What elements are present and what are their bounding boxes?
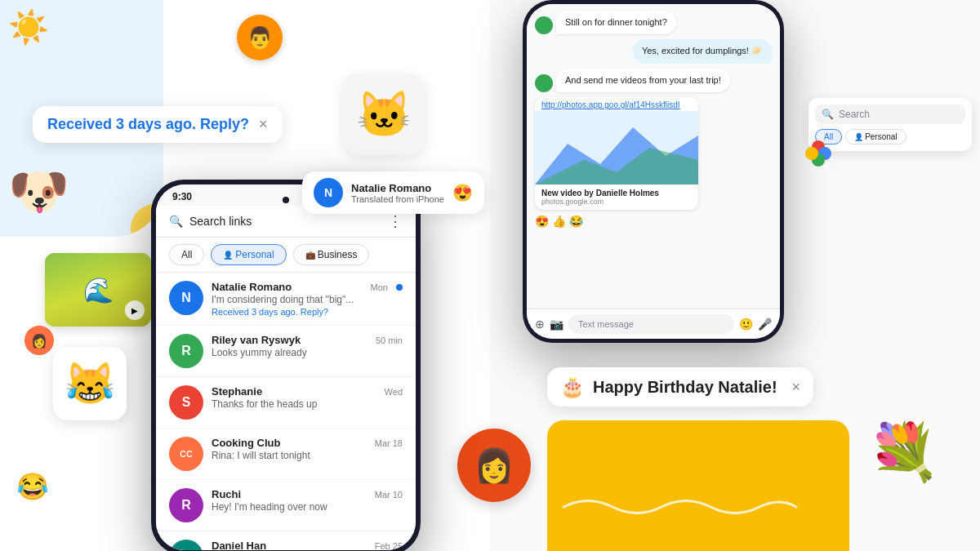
add-icon[interactable]: ⊕ [535,318,545,331]
link-card-info: New video by Danielle Holmes photos.goog… [535,184,698,210]
msg-row-1: Still on for dinner tonight? [535,11,772,34]
natalie-reply-prompt: Received 3 days ago. Reply? [212,307,388,317]
msg-row-2: And send me videos from your last trip! [535,69,772,92]
bubble-sent-1: Yes, excited for dumplings! 🥟 [633,39,772,63]
stephanie-msg-time: Wed [385,387,403,397]
cooking-club-msg-name: Cooking Club [212,437,281,449]
riley-msg-time: 50 min [376,335,403,345]
emoji-icon[interactable]: 🙂 [739,318,753,331]
cat-hat-sticker: 🐱 [343,73,425,155]
link-preview-image [535,111,698,184]
ruchi-msg-time: Mar 10 [375,490,403,500]
bubble-received-2: And send me videos from your last trip! [556,69,730,92]
phone-right: Still on for dinner tonight? Yes, excite… [523,0,784,343]
business-icon: 💼 [305,251,315,260]
received-close-button[interactable]: × [259,116,268,133]
received-text: Received 3 days ago. Reply? [47,116,249,133]
birthday-card: 🎂 Happy Birthday Natalie! × [547,367,813,407]
link-url-text: http://photos.app.goo.gl/af14HsskflisdI [535,97,698,111]
cooking-club-msg-header: Cooking Club Mar 18 [212,437,403,449]
link-card-title: New video by Danielle Holmes [541,189,692,198]
link-preview-card[interactable]: http://photos.app.goo.gl/af14HsskflisdI … [535,97,698,210]
birthday-text: Happy Birthday Natalie! [593,378,777,397]
sw-tab-personal[interactable]: 👤Personal [845,129,906,144]
message-item-ruchi[interactable]: R Ruchi Mar 10 Hey! I'm heading over now [156,480,416,531]
stephanie-avatar: S [169,385,203,420]
ruchi-msg-name: Ruchi [212,488,241,500]
reaction-3[interactable]: 😂 [569,215,583,228]
stephanie-msg-header: Stephanie Wed [212,385,403,398]
ruchi-avatar: R [169,488,203,522]
stephanie-msg-preview: Thanks for the heads up [212,398,403,410]
link-card-domain: photos.google.com [541,198,692,206]
cooking-club-avatar: CC [169,437,203,471]
message-item-natalie[interactable]: N Natalie Romano Mon I'm considering doi… [156,273,416,326]
filter-tabs: All 👤Personal 💼Business [156,238,416,273]
natalie-msg-content: Natalie Romano Mon I'm considering doing… [212,281,388,317]
birthday-icon: 🎂 [560,375,585,398]
riley-msg-name: Riley van Ryswyk [212,334,301,346]
daniel-msg-content: Daniel Han Feb 25 [212,540,403,550]
more-options-icon[interactable]: ⋮ [388,212,403,230]
message-item-daniel[interactable]: D Daniel Han Feb 25 [156,531,416,550]
search-icon: 🔍 [169,215,183,228]
chat-input-bar: ⊕ 📷 Text message 🙂 🎤 [527,309,780,339]
natalie-msg-header: Natalie Romano Mon [212,281,388,293]
search-widget-bar[interactable]: 🔍 Search [815,104,965,124]
stephanie-msg-name: Stephanie [212,385,262,398]
chat-messages: Still on for dinner tonight? Yes, excite… [527,4,780,309]
search-widget-tabs: All 👤Personal [815,129,965,144]
daniel-msg-header: Daniel Han Feb 25 [212,540,403,550]
riley-avatar: R [169,334,203,368]
ruchi-msg-preview: Hey! I'm heading over now [212,501,403,513]
mic-icon[interactable]: 🎤 [758,318,772,331]
natalie-name: Natalie Romano [351,182,444,194]
phone-right-screen: Still on for dinner tonight? Yes, excite… [527,4,780,339]
natalie-msg-preview: I'm considering doing that "big"... [212,294,388,305]
cat-laugh-sticker: 😹 [53,347,127,420]
chat-avatar-1 [535,16,553,34]
tab-business[interactable]: 💼Business [293,244,370,265]
daniel-msg-time: Feb 25 [375,541,403,550]
yellow-bg-rect [547,420,849,551]
phone-time: 9:30 [172,191,192,202]
tab-personal[interactable]: 👤Personal [211,244,286,265]
phone-notch [283,197,289,203]
dog-illustration: 🐶 [8,162,69,220]
daniel-msg-name: Daniel Han [212,540,266,550]
play-button[interactable]: ▶ [125,300,145,320]
reaction-2[interactable]: 👍 [552,215,566,228]
message-input[interactable]: Text message [568,314,734,334]
message-item-cooking-club[interactable]: CC Cooking Club Mar 18 Rina: I will star… [156,429,416,480]
camera-icon[interactable]: 📷 [550,318,564,331]
natalie-msg-time: Mon [371,282,388,292]
birthday-close-button[interactable]: × [792,379,801,396]
message-item-stephanie[interactable]: S Stephanie Wed Thanks for the heads up [156,377,416,429]
video-thumbnail[interactable]: 🌊 ▶ [45,253,151,327]
tab-all[interactable]: All [169,244,204,265]
daniel-avatar: D [169,540,203,550]
cooking-club-msg-preview: Rina: I will start tonight [212,450,403,461]
search-widget: 🔍 Search All 👤Personal [808,98,972,151]
chat-avatar-2 [535,74,553,92]
reaction-1[interactable]: 😍 [535,215,549,228]
center-person-avatar: 👩 [457,429,531,502]
received-reply-card: Received 3 days ago. Reply? × [33,106,283,143]
riley-msg-preview: Looks yummy already [212,347,403,358]
natalie-list-avatar: N [169,281,203,315]
wavy-birthday-decoration [555,491,800,527]
riley-msg-content: Riley van Ryswyk 50 min Looks yummy alre… [212,334,403,358]
personal-icon: 👤 [223,251,233,260]
message-list: N Natalie Romano Mon I'm considering doi… [156,273,416,550]
natalie-avatar: N [314,178,343,207]
sun-illustration: ☀️ [8,8,49,47]
bubble-received-1: Still on for dinner tonight? [556,11,676,34]
riley-msg-header: Riley van Ryswyk 50 min [212,334,403,346]
search-text: Search links [189,215,252,228]
natalie-subtitle: Translated from iPhone [351,194,444,204]
search-widget-text: Search [839,109,870,120]
message-item-riley[interactable]: R Riley van Ryswyk 50 min Looks yummy al… [156,326,416,377]
cooking-club-msg-content: Cooking Club Mar 18 Rina: I will start t… [212,437,403,461]
ruchi-msg-content: Ruchi Mar 10 Hey! I'm heading over now [212,488,403,513]
small-avatar-left: 👩 [24,326,54,355]
